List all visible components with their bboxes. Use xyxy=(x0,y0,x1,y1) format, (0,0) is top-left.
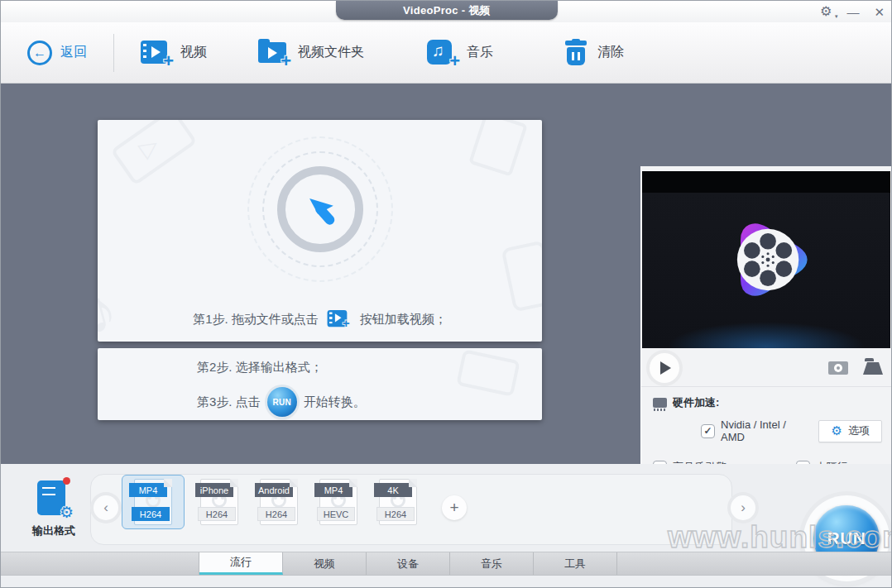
tab-music[interactable]: 音乐 xyxy=(450,552,534,575)
video-label: 视频 xyxy=(180,44,207,61)
drop-target-circle[interactable] xyxy=(277,166,363,252)
preset-mp4-h264[interactable]: MP4 H264 xyxy=(122,475,185,529)
gear-glyph: ⚙ xyxy=(820,4,832,18)
options-gear-icon: ⚙ xyxy=(831,423,842,438)
tabstrip-filler-right xyxy=(617,552,892,575)
options-button[interactable]: ⚙ 选项 xyxy=(818,420,882,442)
video-folder-add-icon: + xyxy=(258,39,290,67)
output-format-button[interactable]: ⚙ 输出格式 xyxy=(21,479,87,538)
video-folder-label: 视频文件夹 xyxy=(298,44,364,61)
tab-video[interactable]: 视频 xyxy=(283,552,367,575)
preset-android-h264[interactable]: Android H264 xyxy=(249,479,309,525)
preset-4k-h264[interactable]: 4K H264 xyxy=(368,479,428,525)
scroll-right-button[interactable]: › xyxy=(731,495,755,520)
add-preset-button[interactable]: + xyxy=(442,495,467,520)
decor-file-icon xyxy=(468,120,528,177)
window-title: VideoProc - 视频 xyxy=(336,1,558,20)
output-format-icon: ⚙ xyxy=(36,479,72,519)
add-music-button[interactable]: ♫ + 音乐 xyxy=(412,39,508,67)
titlebar: VideoProc - 视频 ⚙ ▾ — ✕ xyxy=(1,1,891,22)
drop-zone[interactable]: ♪ 第1步. 拖动文件或点击 xyxy=(98,120,542,342)
add-video-button[interactable]: + 视频 xyxy=(126,39,222,67)
decor-filmstrip-icon xyxy=(110,120,197,186)
tab-popular[interactable]: 流行 xyxy=(199,552,283,575)
hw-option-label: Nvidia / Intel / AMD xyxy=(721,418,810,443)
chip-icon xyxy=(653,398,667,408)
video-add-icon-inline: + xyxy=(327,308,351,330)
caret-down-icon: ▾ xyxy=(835,13,838,19)
play-button[interactable] xyxy=(650,353,679,383)
video-preview xyxy=(642,171,890,348)
tab-device[interactable]: 设备 xyxy=(367,552,450,575)
preset-iphone-h264[interactable]: iPhone H264 xyxy=(189,479,249,525)
back-arrow-icon: ← xyxy=(27,41,52,65)
click-arrow-icon xyxy=(301,190,339,228)
step1-instruction: 第1步. 拖动文件或点击 + 按钮加载视频； xyxy=(98,307,542,332)
back-label: 返回 xyxy=(60,44,87,61)
minimize-button[interactable]: — xyxy=(846,6,859,18)
toolbar-divider xyxy=(113,34,114,72)
add-video-folder-button[interactable]: + 视频文件夹 xyxy=(243,39,379,67)
drop-ring xyxy=(277,166,363,252)
output-format-label: 输出格式 xyxy=(21,523,87,538)
clear-button[interactable]: 清除 xyxy=(548,39,639,67)
close-button[interactable]: ✕ xyxy=(874,6,885,18)
hw-checkbox[interactable]: ✓ xyxy=(701,424,715,438)
videoproc-logo xyxy=(715,208,818,311)
trash-icon xyxy=(563,39,589,67)
steps-card: 第2步. 选择输出格式； 第3步. 点击 RUN 开始转换。 xyxy=(98,348,542,420)
tabstrip-filler xyxy=(1,552,199,575)
toolbar: ← 返回 + 视频 + 视频文件夹 ♫ + 音乐 xyxy=(1,22,891,84)
snapshot-camera-icon[interactable] xyxy=(828,361,848,375)
main-area: ♪ 第1步. 拖动文件或点击 xyxy=(1,84,892,464)
settings-gear-icon[interactable]: ⚙ ▾ xyxy=(820,5,832,18)
tab-tools[interactable]: 工具 xyxy=(534,552,617,575)
run-icon-inline: RUN xyxy=(267,387,297,417)
music-add-icon: ♫ + xyxy=(427,39,458,67)
open-folder-icon[interactable] xyxy=(863,362,883,375)
decor-player-icon xyxy=(501,240,542,312)
scroll-left-button[interactable]: ‹ xyxy=(94,495,118,520)
hardware-accel-label: 硬件加速: xyxy=(673,395,719,410)
clear-label: 清除 xyxy=(597,44,624,61)
video-add-icon: + xyxy=(141,39,172,67)
bottom-bar: ⚙ 输出格式 ‹ MP4 H264 iPhone H264 xyxy=(1,464,892,588)
back-button[interactable]: ← 返回 xyxy=(12,41,102,65)
app-window: VideoProc - 视频 ⚙ ▾ — ✕ ← 返回 + 视频 xyxy=(0,0,892,588)
notification-dot xyxy=(63,477,70,485)
preview-controls xyxy=(641,350,891,386)
preset-mp4-hevc[interactable]: MP4 HEVC xyxy=(309,479,368,525)
category-tabs: 流行 视频 设备 音乐 工具 xyxy=(1,552,892,576)
music-label: 音乐 xyxy=(467,44,493,61)
